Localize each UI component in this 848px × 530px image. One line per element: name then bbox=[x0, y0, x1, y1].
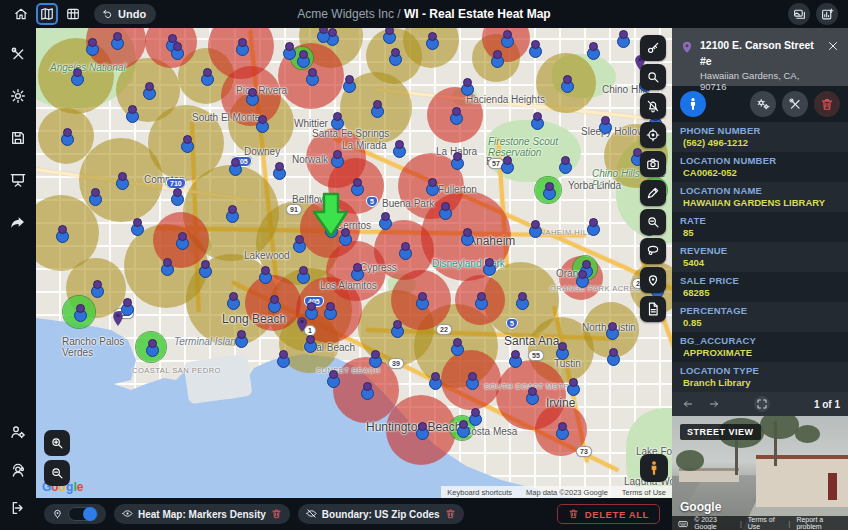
location-marker[interactable] bbox=[360, 382, 373, 398]
location-marker[interactable] bbox=[560, 75, 573, 91]
pin-icon[interactable] bbox=[640, 267, 666, 293]
location-marker[interactable] bbox=[200, 68, 213, 84]
location-marker[interactable] bbox=[500, 156, 513, 172]
share-icon[interactable] bbox=[8, 212, 28, 232]
key-icon[interactable] bbox=[640, 35, 666, 61]
zoom-out-button[interactable] bbox=[44, 460, 70, 486]
location-marker[interactable] bbox=[276, 350, 289, 366]
location-marker[interactable] bbox=[170, 42, 183, 58]
location-marker[interactable] bbox=[130, 218, 143, 234]
location-marker[interactable] bbox=[415, 292, 428, 308]
images-button[interactable] bbox=[788, 3, 810, 25]
location-marker[interactable] bbox=[456, 420, 469, 436]
location-marker[interactable] bbox=[474, 292, 487, 308]
street-view-button[interactable] bbox=[680, 91, 706, 117]
location-marker[interactable] bbox=[60, 128, 73, 144]
location-marker[interactable] bbox=[415, 422, 428, 438]
location-marker[interactable] bbox=[55, 225, 68, 241]
location-marker[interactable] bbox=[115, 172, 128, 188]
support-icon[interactable] bbox=[8, 460, 28, 480]
location-marker[interactable] bbox=[616, 30, 629, 46]
location-marker[interactable] bbox=[515, 292, 528, 308]
location-marker[interactable] bbox=[500, 30, 513, 46]
location-marker[interactable] bbox=[258, 266, 271, 282]
location-marker[interactable] bbox=[330, 112, 343, 128]
location-marker[interactable] bbox=[316, 28, 329, 41]
location-marker[interactable] bbox=[330, 150, 343, 166]
keyboard-shortcuts-link[interactable]: Keyboard shortcuts bbox=[447, 488, 512, 497]
location-marker[interactable] bbox=[449, 107, 462, 123]
location-marker[interactable] bbox=[160, 258, 173, 274]
location-marker[interactable] bbox=[586, 218, 599, 234]
purple-pin-marker[interactable] bbox=[112, 310, 124, 326]
location-marker[interactable] bbox=[528, 40, 541, 56]
zoom-in-button[interactable] bbox=[44, 430, 70, 456]
marker-visibility-toggle-pill[interactable] bbox=[44, 504, 106, 524]
location-marker[interactable] bbox=[88, 188, 101, 204]
expand-record-button[interactable] bbox=[754, 396, 770, 412]
location-marker[interactable] bbox=[342, 75, 355, 91]
location-marker[interactable] bbox=[226, 292, 239, 308]
location-marker[interactable] bbox=[460, 78, 473, 94]
location-marker[interactable] bbox=[465, 372, 478, 388]
pen-icon[interactable] bbox=[640, 180, 666, 206]
gear-icon[interactable] bbox=[8, 86, 28, 106]
location-marker[interactable] bbox=[438, 202, 451, 218]
lasso-icon[interactable] bbox=[640, 238, 666, 264]
location-marker[interactable] bbox=[555, 342, 568, 358]
locate-icon[interactable] bbox=[640, 122, 666, 148]
location-marker[interactable] bbox=[305, 68, 318, 84]
location-marker[interactable] bbox=[392, 140, 405, 156]
location-marker[interactable] bbox=[468, 408, 481, 424]
search-icon[interactable] bbox=[640, 64, 666, 90]
user-gear-icon[interactable] bbox=[8, 422, 28, 442]
location-marker[interactable] bbox=[460, 228, 473, 244]
file-icon[interactable] bbox=[640, 296, 666, 322]
location-marker[interactable] bbox=[388, 48, 401, 64]
location-marker[interactable] bbox=[382, 28, 395, 42]
search-area-icon[interactable] bbox=[640, 209, 666, 235]
location-marker[interactable] bbox=[555, 422, 568, 438]
location-marker[interactable] bbox=[85, 38, 98, 54]
location-marker[interactable] bbox=[425, 32, 438, 48]
location-marker[interactable] bbox=[428, 372, 441, 388]
location-marker[interactable] bbox=[292, 235, 305, 251]
location-marker[interactable] bbox=[170, 188, 183, 204]
location-marker[interactable] bbox=[575, 270, 588, 286]
location-marker[interactable] bbox=[606, 348, 619, 364]
location-marker[interactable] bbox=[296, 266, 309, 282]
location-marker[interactable] bbox=[490, 50, 503, 66]
location-marker[interactable] bbox=[566, 378, 579, 394]
delete-location-button[interactable] bbox=[814, 91, 840, 117]
location-marker[interactable] bbox=[323, 302, 336, 318]
map-canvas[interactable]: Angeles NationalPico RiveraSouth El Mont… bbox=[36, 28, 672, 498]
location-marker[interactable] bbox=[525, 387, 538, 403]
location-marker[interactable] bbox=[528, 220, 541, 236]
location-marker[interactable] bbox=[73, 304, 86, 320]
location-marker[interactable] bbox=[303, 335, 316, 351]
location-marker[interactable] bbox=[542, 182, 555, 198]
home-view-button[interactable] bbox=[10, 3, 32, 25]
street-view-report-link[interactable]: Report a problem bbox=[796, 516, 842, 530]
presentation-icon[interactable] bbox=[8, 170, 28, 190]
location-marker[interactable] bbox=[482, 258, 495, 274]
location-marker[interactable] bbox=[125, 105, 138, 121]
table-view-button[interactable] bbox=[62, 3, 84, 25]
location-marker[interactable] bbox=[70, 68, 83, 84]
location-marker[interactable] bbox=[228, 158, 241, 174]
location-marker[interactable] bbox=[378, 212, 391, 228]
location-marker[interactable] bbox=[145, 339, 158, 355]
close-panel-button[interactable] bbox=[825, 38, 840, 54]
location-marker[interactable] bbox=[530, 112, 543, 128]
tools-icon[interactable] bbox=[8, 44, 28, 64]
markers-toggle[interactable] bbox=[68, 507, 98, 521]
map-view-button[interactable] bbox=[36, 3, 58, 25]
heat-map-layer-pill[interactable]: Heat Map: Markers Density bbox=[114, 504, 290, 524]
location-marker[interactable] bbox=[326, 370, 339, 386]
location-marker[interactable] bbox=[235, 38, 248, 54]
location-marker[interactable] bbox=[605, 322, 618, 338]
location-marker[interactable] bbox=[508, 350, 521, 366]
undo-button[interactable]: Undo bbox=[94, 4, 156, 24]
camera-icon[interactable] bbox=[640, 151, 666, 177]
bell-off-icon[interactable] bbox=[640, 93, 666, 119]
